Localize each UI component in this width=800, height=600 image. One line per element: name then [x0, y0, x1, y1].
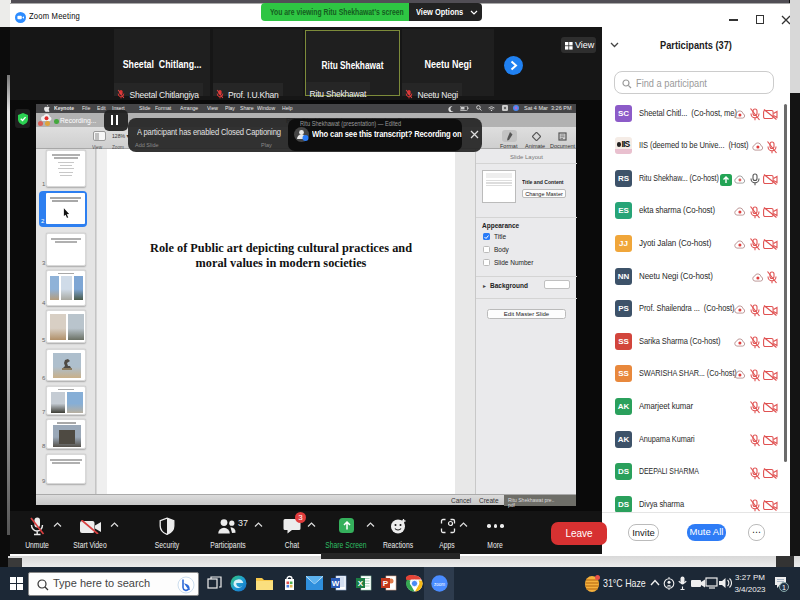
svg-text:P: P	[383, 579, 389, 588]
svg-text:X: X	[358, 579, 364, 588]
svg-text:zoom: zoom	[434, 582, 445, 587]
svg-text:W: W	[332, 579, 340, 588]
